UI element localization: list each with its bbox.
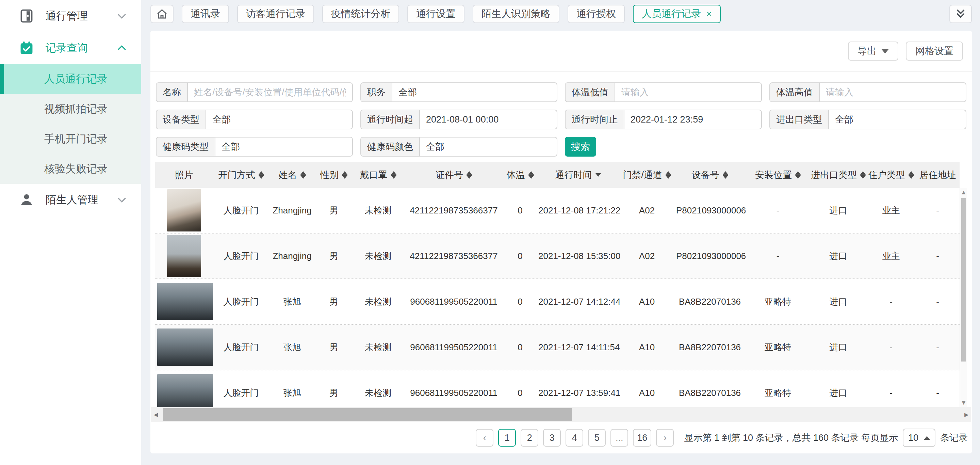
- collapse-tabs-button[interactable]: [950, 5, 972, 23]
- vertical-scrollbar[interactable]: ▲ ▼: [959, 188, 967, 407]
- column-header[interactable]: 设备号: [674, 169, 746, 181]
- sort-icon[interactable]: [466, 171, 472, 179]
- cell-resident-type: 业主: [866, 205, 916, 217]
- filter-panel: 名称职务体温低值体温高值 设备类型通行时间起通行时间止进出口类型 健康码类型健康…: [150, 72, 972, 162]
- cell-address: -: [916, 296, 959, 307]
- filter-input[interactable]: [820, 83, 966, 102]
- sort-icon[interactable]: [795, 171, 801, 179]
- column-header[interactable]: 姓名: [269, 169, 315, 181]
- sidebar-item-video-capture-records[interactable]: 视频抓拍记录: [0, 94, 141, 124]
- column-header[interactable]: 体温: [504, 169, 536, 181]
- photo-cell: [155, 189, 213, 231]
- cell-temperature: 0: [504, 342, 536, 353]
- column-header[interactable]: 戴口罩: [353, 169, 404, 181]
- tab-0[interactable]: 通讯录: [182, 5, 229, 23]
- sort-icon[interactable]: [666, 171, 671, 179]
- tab-5[interactable]: 通行授权: [568, 5, 625, 23]
- tab-3[interactable]: 通行设置: [407, 5, 465, 23]
- export-button[interactable]: 导出: [848, 41, 898, 61]
- pagination-suffix: 条记录: [940, 432, 968, 444]
- cell-gate: A02: [620, 205, 674, 216]
- page-button-5[interactable]: 5: [588, 429, 606, 447]
- cell-name: 张旭: [269, 387, 315, 399]
- filter-input[interactable]: [829, 110, 966, 129]
- page-button-4[interactable]: 4: [566, 429, 583, 447]
- filter-input[interactable]: [188, 83, 352, 102]
- sidebar-item-person-pass-records[interactable]: 人员通行记录: [0, 64, 141, 94]
- table-row[interactable]: 人脸开门Zhangjing男未检测42112219873536637702021…: [155, 234, 959, 279]
- column-header[interactable]: 性别: [315, 169, 353, 181]
- tab-6[interactable]: 人员通行记录×: [633, 5, 721, 23]
- cell-gate: A10: [620, 388, 674, 398]
- filter-input[interactable]: [206, 110, 352, 129]
- table-row[interactable]: 人脸开门张旭男未检测96068119950522001102021-12-07 …: [155, 279, 959, 325]
- page-button-3[interactable]: 3: [543, 429, 561, 447]
- tab-2[interactable]: 疫情统计分析: [322, 5, 399, 23]
- sort-icon[interactable]: [342, 171, 347, 179]
- tab-label: 通行授权: [576, 7, 616, 21]
- sidebar-item-phone-open-records[interactable]: 手机开门记录: [0, 124, 141, 154]
- ellipsis-page-button[interactable]: ...: [611, 429, 628, 447]
- sidebar-item-verify-fail-records[interactable]: 核验失败记录: [0, 154, 141, 184]
- scroll-up-arrow-icon[interactable]: ▲: [960, 188, 967, 197]
- filter-label: 设备类型: [156, 110, 206, 129]
- sort-icon[interactable]: [391, 171, 396, 179]
- filter-input[interactable]: [615, 83, 761, 102]
- grid-settings-button[interactable]: 网格设置: [906, 41, 963, 61]
- cell-open-method: 人脸开门: [213, 296, 269, 308]
- table-row[interactable]: 人脸开门Zhangjing男未检测42112219873536637702021…: [155, 188, 959, 234]
- sort-icon[interactable]: [860, 171, 865, 179]
- sidebar-group-stranger-management[interactable]: 陌生人管理: [0, 184, 141, 216]
- vertical-scrollbar-thumb[interactable]: [961, 198, 966, 361]
- sort-icon[interactable]: [908, 171, 914, 179]
- sort-icon[interactable]: [301, 171, 306, 179]
- sort-icon[interactable]: [528, 171, 534, 179]
- filter-label: 职务: [361, 83, 392, 102]
- photo-cell: [155, 235, 213, 277]
- column-header-label: 安装位置: [755, 169, 792, 181]
- column-header[interactable]: 证件号: [404, 169, 504, 181]
- column-header[interactable]: 通行时间: [536, 169, 620, 181]
- page-button-16[interactable]: 16: [633, 429, 651, 447]
- sort-icon[interactable]: [259, 171, 264, 179]
- horizontal-scrollbar[interactable]: ◄ ►: [151, 407, 971, 422]
- next-page-button[interactable]: ›: [656, 429, 674, 447]
- tab-1[interactable]: 访客通行记录: [237, 5, 314, 23]
- cell-device-no: P8021093000006: [674, 251, 746, 261]
- page-button-2[interactable]: 2: [520, 429, 538, 447]
- table-row[interactable]: 人脸开门张旭男未检测96068119950522001102021-12-07 …: [155, 370, 959, 407]
- sort-icon[interactable]: [723, 171, 728, 179]
- scroll-right-arrow-icon[interactable]: ►: [963, 411, 970, 419]
- page-button-1[interactable]: 1: [498, 429, 516, 447]
- column-header-label: 姓名: [279, 169, 297, 181]
- column-header[interactable]: 安装位置: [746, 169, 810, 181]
- filter-input[interactable]: [420, 137, 557, 156]
- filter-input[interactable]: [392, 83, 557, 102]
- tab-4[interactable]: 陌生人识别策略: [473, 5, 559, 23]
- filter-input[interactable]: [215, 137, 352, 156]
- scroll-down-arrow-icon[interactable]: ▼: [960, 398, 967, 407]
- column-header[interactable]: 门禁/通道: [620, 169, 674, 181]
- filter-input[interactable]: [420, 110, 557, 129]
- sidebar-group-access-management[interactable]: 通行管理: [0, 0, 141, 32]
- per-page-select[interactable]: 10: [903, 428, 935, 447]
- scroll-left-arrow-icon[interactable]: ◄: [153, 411, 159, 419]
- cell-temperature: 0: [504, 205, 536, 216]
- home-tab-button[interactable]: [150, 5, 173, 23]
- cell-pass-time: 2021-12-08 17:21:22: [536, 205, 620, 216]
- cell-gender: 男: [315, 296, 353, 308]
- close-icon[interactable]: ×: [706, 9, 712, 19]
- filter-group: 体温低值: [565, 82, 762, 102]
- filter-input[interactable]: [624, 110, 761, 129]
- tab-list: 通讯录访客通行记录疫情统计分析通行设置陌生人识别策略通行授权人员通行记录×: [182, 5, 721, 23]
- sort-icon[interactable]: [595, 173, 601, 177]
- column-header[interactable]: 住户类型: [866, 169, 916, 181]
- sidebar-group-record-query[interactable]: 记录查询: [0, 32, 141, 64]
- column-header[interactable]: 进出口类型: [810, 169, 866, 181]
- table-row[interactable]: 人脸开门张旭男未检测96068119950522001102021-12-07 …: [155, 325, 959, 370]
- prev-page-button[interactable]: ‹: [476, 429, 493, 447]
- search-button[interactable]: 搜索: [565, 137, 596, 157]
- column-header[interactable]: 开门方式: [213, 169, 269, 181]
- column-header: 照片: [155, 169, 213, 181]
- horizontal-scrollbar-thumb[interactable]: [163, 408, 572, 421]
